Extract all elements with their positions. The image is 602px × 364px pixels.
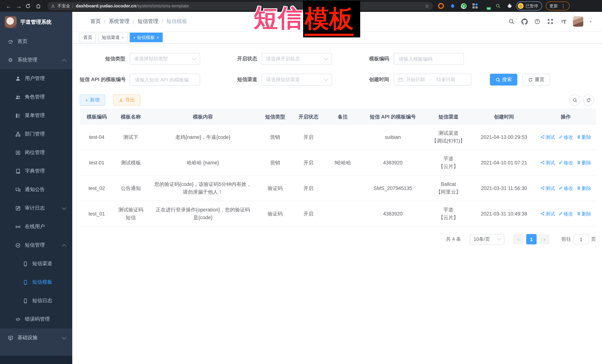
table-refresh-icon[interactable] — [583, 94, 594, 105]
sidebar-item-roles[interactable]: 角色管理 — [0, 88, 72, 106]
filter-label: 开启状态 — [212, 56, 262, 62]
chevron-up-icon — [62, 59, 66, 63]
close-icon[interactable]: × — [122, 35, 124, 40]
extensions-puzzle-icon[interactable] — [506, 3, 513, 9]
sidebar-item-sms[interactable]: 短信管理 — [0, 236, 72, 254]
not-secure-label: 不安全 — [57, 3, 70, 9]
table-search-toggle-icon[interactable] — [569, 94, 580, 105]
browser-back-icon[interactable]: ← — [4, 3, 13, 9]
test-link[interactable]: 测试 — [540, 210, 555, 218]
phone-icon — [22, 279, 28, 285]
sidebar-item-audit-log[interactable]: 审计日志 — [0, 199, 72, 217]
goto-page-input[interactable] — [574, 234, 589, 244]
chevron-down-icon — [324, 77, 328, 81]
sms-channel-select[interactable]: 请选择短信渠道 — [262, 74, 332, 85]
tab-sms-channel[interactable]: 短信渠道× — [98, 32, 128, 42]
reset-button[interactable]: 重置 — [523, 74, 550, 85]
edit-link[interactable]: 修改 — [558, 184, 573, 192]
extension-ring-icon[interactable] — [438, 3, 444, 9]
sidebar-item-infrastructure[interactable]: 基础设施 — [0, 328, 72, 347]
prev-page-button[interactable]: ‹ — [513, 234, 524, 244]
template-code-input[interactable] — [398, 56, 460, 62]
breadcrumb: 首页 / 系统管理 / 短信管理 / 短信模板 — [90, 18, 187, 25]
extension-list-on-icon[interactable]: on — [484, 3, 490, 9]
url-path: /system/sms/sms-template — [136, 3, 189, 9]
chevron-down-icon — [62, 335, 66, 340]
font-size-icon[interactable]: TT — [560, 18, 567, 25]
sidebar-item-sms-template[interactable]: 短信模板 — [0, 273, 72, 291]
filter-label: 短信 API 的模板编号 — [80, 76, 130, 83]
add-button[interactable]: + 新增 — [80, 94, 105, 105]
filter-sms-channel: 短信渠道 请选择短信渠道 — [212, 74, 332, 85]
export-button[interactable]: 导出 — [113, 94, 140, 105]
status-select[interactable]: 请选择开启状态 — [262, 53, 332, 65]
sidebar-item-notices[interactable]: 通知公告 — [0, 180, 72, 199]
edit-link[interactable]: 修改 — [558, 133, 573, 141]
tab-sms-template[interactable]: ●短信模板× — [130, 32, 163, 42]
sidebar-item-system[interactable]: ⚙ 系统管理 — [0, 51, 72, 69]
app-logo-row[interactable]: 芋道管理系统 — [0, 12, 72, 32]
api-template-id-input[interactable] — [134, 76, 196, 83]
delete-link[interactable]: 删除 — [576, 159, 591, 166]
next-page-button[interactable]: › — [539, 234, 549, 244]
edit-link[interactable]: 修改 — [558, 210, 573, 218]
url-host: dashboard.yudao.iocoder.cn — [76, 3, 136, 9]
sidebar-item-posts[interactable]: 岗位管理 — [0, 143, 72, 162]
browser-reload-icon[interactable] — [25, 3, 33, 9]
not-secure-warning-icon: ⚠ — [51, 3, 55, 8]
online-signal-icon — [15, 224, 21, 229]
sms-type-select[interactable]: 请选择短信类型 — [130, 53, 200, 65]
current-page-button[interactable]: 1 — [526, 234, 537, 244]
date-range-picker[interactable]: 开始日期 - 结束日期 — [394, 74, 471, 85]
org-tree-icon — [15, 131, 21, 137]
extension-grid-icon[interactable] — [472, 3, 478, 9]
search-button[interactable]: 搜索 — [490, 74, 517, 85]
url-text: dashboard.yudao.iocoder.cn/system/sms/sm… — [76, 3, 422, 9]
breadcrumb-home[interactable]: 首页 — [90, 18, 101, 25]
breadcrumb-system[interactable]: 系统管理 — [109, 18, 129, 25]
browser-forward-icon[interactable]: → — [15, 3, 23, 9]
user-avatar[interactable] — [573, 16, 583, 27]
sidebar-item-label: 短信模板 — [32, 279, 52, 285]
sidebar-item-users[interactable]: 用户管理 — [0, 69, 72, 88]
sidebar-item-online-users[interactable]: 在线用户 — [0, 217, 72, 236]
main-area: 首页 / 系统管理 / 短信管理 / 短信模板 TT ▾ — [72, 12, 602, 364]
github-icon[interactable] — [521, 18, 528, 25]
close-icon[interactable]: × — [157, 35, 159, 40]
sidebar-item-dict[interactable]: 字典管理 — [0, 162, 72, 180]
fullscreen-icon[interactable] — [547, 18, 554, 25]
sidebar-item-departments[interactable]: 部门管理 — [0, 125, 72, 143]
url-bar[interactable]: ⚠ 不安全 dashboard.yudao.iocoder.cn/system/… — [47, 2, 433, 10]
sidebar-item-home[interactable]: 首页 — [0, 32, 72, 51]
date-range-separator: - — [428, 77, 434, 82]
profile-paused-pill[interactable]: ☺ 已暂停 — [516, 1, 542, 10]
browser-update-pill[interactable]: 更新 ⋮ — [546, 1, 570, 10]
page-size-select[interactable]: 10条/页 — [470, 234, 504, 244]
tab-home[interactable]: 首页 — [80, 32, 96, 42]
sidebar-item-sms-log[interactable]: 短信日志 — [0, 291, 72, 310]
extension-magnifier-icon[interactable] — [495, 3, 501, 9]
user-icon — [15, 76, 21, 81]
breadcrumb-sms[interactable]: 短信管理 — [138, 18, 158, 25]
browser-home-icon[interactable] — [36, 3, 44, 9]
avatar-caret-icon[interactable]: ▾ — [590, 20, 592, 23]
delete-link[interactable]: 删除 — [576, 210, 591, 218]
sidebar-item-menus[interactable]: 菜单管理 — [0, 106, 72, 125]
test-link[interactable]: 测试 — [540, 133, 555, 141]
help-icon[interactable] — [534, 18, 541, 25]
extension-pin-icon[interactable] — [450, 3, 455, 9]
sms-template-table: 模板编码 模板名称 模板内容 短信类型 开启状态 备注 短信 API 的模板编号… — [80, 109, 596, 227]
delete-link[interactable]: 删除 — [576, 133, 591, 141]
extension-icons: y on — [438, 3, 513, 9]
profile-avatar-icon: ☺ — [518, 3, 524, 9]
browser-menu-icon[interactable]: ⋮ — [561, 3, 566, 9]
edit-link[interactable]: 修改 — [558, 159, 573, 166]
test-link[interactable]: 测试 — [540, 184, 555, 192]
extension-y-icon[interactable]: y — [461, 3, 467, 9]
bookmark-star-icon[interactable]: ☆ — [425, 3, 429, 9]
test-link[interactable]: 测试 — [540, 159, 555, 166]
delete-link[interactable]: 删除 — [576, 184, 591, 192]
sidebar-item-error-codes[interactable]: 错误码管理 — [0, 310, 72, 328]
sidebar-item-sms-channel[interactable]: 短信渠道 — [0, 254, 72, 273]
search-icon[interactable] — [508, 18, 515, 25]
